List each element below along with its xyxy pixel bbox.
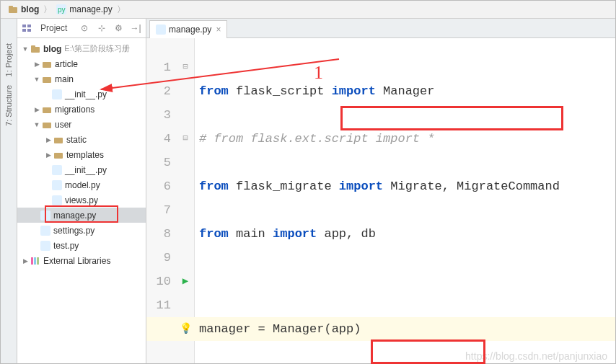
svg-rect-9	[31, 45, 35, 48]
python-file-icon: py	[56, 4, 66, 14]
bulb-icon[interactable]: 💡	[180, 317, 192, 341]
code-line: manager = Manager(app)	[199, 317, 615, 341]
left-tool-rail: 1: Project 7: Structure	[1, 19, 17, 363]
tree-file-model[interactable]: model.py	[17, 177, 146, 192]
breadcrumb: blog 〉 py manage.py 〉	[1, 1, 615, 19]
project-tree[interactable]: ▼ blog E:\第三阶段练习册 ▶ article ▼ main	[17, 38, 146, 363]
folder-icon	[42, 105, 52, 115]
python-file-icon	[52, 195, 62, 205]
svg-rect-22	[40, 241, 50, 251]
fold-icon[interactable]: ⊟	[182, 56, 188, 79]
tree-file-settings[interactable]: settings.py	[17, 223, 146, 238]
chevron-right-icon: 〉	[115, 4, 127, 16]
folder-icon	[30, 44, 40, 54]
tree-folder-templates[interactable]: ▶ templates	[17, 147, 146, 162]
svg-rect-23	[31, 257, 33, 265]
close-icon[interactable]: ×	[216, 25, 221, 35]
project-tool-label: Project	[40, 23, 67, 33]
rail-project[interactable]: 1: Project	[4, 43, 13, 76]
tree-root[interactable]: ▼ blog E:\第三阶段练习册	[17, 41, 146, 56]
svg-rect-14	[43, 123, 51, 128]
tree-folder-static[interactable]: ▶ static	[17, 132, 146, 147]
project-toolbar: Project ⊙ ⊹ ⚙ →|	[17, 19, 146, 38]
tree-file-init-user[interactable]: __init__.py	[17, 162, 146, 177]
code-line: from flask_script import Manager	[199, 79, 615, 103]
locate-icon[interactable]: ⊹	[96, 22, 107, 34]
folder-icon	[42, 59, 52, 69]
fold-end-icon[interactable]: ⊟	[182, 127, 188, 151]
run-icon[interactable]: ▶	[182, 270, 188, 293]
svg-rect-16	[54, 153, 63, 159]
tab-manage[interactable]: manage.py ×	[149, 20, 227, 38]
folder-icon	[42, 120, 52, 130]
app-window: blog 〉 py manage.py 〉 1: Project 7: Stru…	[0, 0, 616, 364]
gutter: 1 2 3 4 5 6 7 8 9 10 11 12 ⊟	[146, 38, 195, 363]
folder-icon	[53, 150, 63, 160]
svg-rect-4	[22, 25, 26, 27]
gutter-markers: ⊟ ⊟ ▶ 💡	[177, 38, 194, 363]
svg-rect-15	[54, 138, 63, 143]
python-file-icon	[40, 210, 50, 221]
gear-icon[interactable]: ⚙	[113, 22, 125, 34]
svg-rect-17	[52, 165, 62, 175]
python-file-icon	[156, 25, 166, 35]
svg-rect-18	[52, 180, 62, 190]
library-icon	[30, 256, 40, 266]
svg-rect-10	[43, 62, 51, 68]
rail-structure[interactable]: 7: Structure	[4, 85, 13, 126]
tree-folder-migrations[interactable]: ▶ migrations	[17, 102, 146, 117]
code-line: from main import app, db	[199, 222, 615, 246]
editor-column: manage.py × 1 2 3 4 5 6 7 8	[146, 19, 615, 363]
svg-rect-26	[156, 25, 166, 35]
svg-rect-19	[52, 195, 62, 205]
svg-rect-12	[52, 89, 62, 99]
svg-rect-25	[37, 257, 39, 265]
chevron-right-icon: 〉	[42, 4, 53, 16]
folder-icon	[8, 4, 18, 14]
editor-tabs: manage.py ×	[146, 19, 615, 38]
project-panel: Project ⊙ ⊹ ⚙ →| ▼ blog E:\第三阶段练习册 ▶ art…	[17, 19, 146, 363]
svg-rect-6	[22, 29, 26, 32]
svg-rect-13	[43, 107, 51, 113]
python-file-icon	[52, 180, 62, 190]
hide-icon[interactable]: →|	[130, 22, 141, 34]
code-line	[199, 270, 615, 293]
breadcrumb-root[interactable]: blog	[5, 4, 42, 14]
tree-file-manage[interactable]: manage.py	[17, 208, 146, 223]
tree-file-test[interactable]: test.py	[17, 238, 146, 253]
svg-rect-24	[34, 257, 36, 265]
project-icon	[22, 23, 32, 33]
code-line: from flask_migrate import Migrate, Migra…	[199, 174, 615, 198]
tab-label: manage.py	[169, 25, 211, 35]
line-numbers: 1 2 3 4 5 6 7 8 9 10 11 12	[146, 38, 177, 363]
tree-folder-main[interactable]: ▼ main	[17, 71, 146, 86]
svg-text:py: py	[58, 6, 66, 14]
tree-folder-user[interactable]: ▼ user	[17, 117, 146, 132]
code-area[interactable]: from flask_script import Manager # from …	[195, 38, 615, 363]
collapse-all-icon[interactable]: ⊙	[79, 22, 90, 34]
code-editor[interactable]: 1 2 3 4 5 6 7 8 9 10 11 12 ⊟	[146, 38, 615, 363]
python-file-icon	[40, 226, 50, 236]
tree-file-init-main[interactable]: __init__.py	[17, 86, 146, 102]
tree-external-libraries[interactable]: ▶ External Libraries	[17, 253, 146, 268]
svg-rect-7	[27, 29, 31, 32]
svg-rect-20	[40, 210, 50, 221]
tree-file-views[interactable]: views.py	[17, 192, 146, 208]
python-file-icon	[52, 165, 62, 175]
code-line: # from flask.ext.script import *	[199, 127, 615, 151]
folder-icon	[53, 135, 63, 145]
svg-rect-11	[43, 77, 51, 83]
svg-rect-21	[40, 226, 50, 236]
breadcrumb-file-label: manage.py	[69, 4, 112, 14]
svg-rect-5	[27, 25, 31, 27]
python-file-icon	[40, 241, 50, 251]
breadcrumb-root-label: blog	[21, 4, 39, 14]
folder-icon	[42, 74, 52, 84]
breadcrumb-file[interactable]: py manage.py	[53, 4, 115, 14]
svg-rect-1	[9, 6, 13, 9]
tree-folder-article[interactable]: ▶ article	[17, 56, 146, 71]
python-file-icon	[52, 89, 62, 99]
